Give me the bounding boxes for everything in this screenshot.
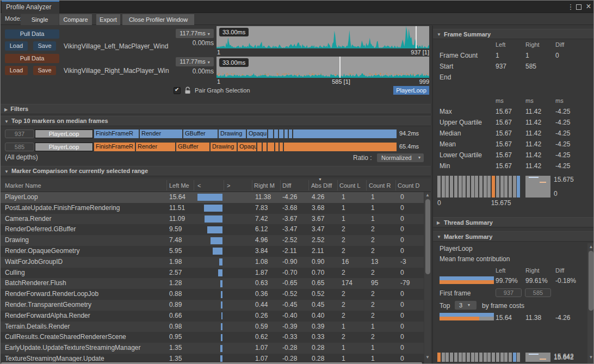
range-dropdown-right[interactable]: 117.77ms▾ — [176, 57, 214, 66]
top10-marker-segment[interactable] — [263, 143, 267, 151]
export-button[interactable]: Export — [96, 14, 120, 25]
table-row[interactable]: EarlyUpdate.UpdateTextureStreamingManage… — [1, 343, 424, 354]
scroll-down-icon[interactable]: ▼ — [588, 355, 594, 360]
tab-profile-analyzer[interactable]: Profile Analyzer — [2, 1, 59, 13]
table-row[interactable]: RenderForward.RenderLoopJob0.880.36-0.52… — [1, 289, 424, 300]
top10-marker-segment[interactable] — [274, 129, 278, 138]
maximize-icon[interactable] — [576, 4, 581, 10]
marker-summary-header[interactable]: ▼Marker Summary — [433, 231, 594, 242]
column-header-count-r[interactable]: Count R — [369, 181, 391, 190]
selected-marker-chip[interactable]: PlayerLoop — [393, 86, 429, 95]
table-row[interactable]: RenderForwardAlpha.Render0.660.26-0.400.… — [1, 311, 424, 322]
value-cell: 0 — [400, 192, 404, 203]
column-header-count-d[interactable]: Count D — [398, 181, 419, 190]
table-row[interactable]: CullResults.CreateSharedRendererScene0.9… — [1, 332, 424, 343]
top10-marker-segment[interactable]: Drawing — [219, 129, 246, 138]
pair-graph-checkbox[interactable]: ✔ — [174, 87, 181, 94]
value-cell: 2 — [342, 246, 345, 257]
thread-summary-header[interactable]: ▶Thread Summary — [433, 217, 594, 227]
frame-graph-right[interactable]: 33.00ms — [216, 57, 429, 78]
scroll-up-icon[interactable]: ▲ — [425, 193, 430, 198]
top-n-dropdown[interactable]: 3▾ — [455, 301, 477, 310]
median-frame-button[interactable]: 937 — [5, 129, 34, 138]
column-header-abs-diff[interactable]: Abs Diff — [311, 181, 332, 190]
kebab-menu-icon[interactable]: ⋮ — [567, 2, 574, 13]
top10-marker-segment[interactable]: GBuffer — [176, 143, 209, 151]
column-header-count-l[interactable]: Count L — [339, 181, 361, 190]
table-row[interactable]: WaitForJobGroupID1.981.08-0.900.901613-3 — [1, 257, 424, 268]
mode-single-button[interactable]: Single — [21, 14, 59, 25]
top10-marker-segment[interactable]: Render — [140, 129, 182, 138]
value-cell: -0.65 — [282, 278, 297, 289]
table-row[interactable]: Render.TransparentGeometry0.890.44-0.450… — [1, 300, 424, 311]
top10-marker-segment[interactable] — [280, 143, 283, 151]
filters-header[interactable]: ▶Filters — [1, 104, 431, 114]
lock-icon[interactable] — [184, 87, 191, 94]
comparison-header[interactable]: ▼Marker Comparison for currently selecte… — [1, 166, 431, 176]
close-profiler-window-button[interactable]: Close Profiler Window — [122, 14, 194, 25]
scroll-down-icon[interactable]: ▼ — [425, 355, 430, 360]
top10-marker-segment[interactable] — [268, 129, 273, 138]
table-row[interactable]: Camera.Render11.097.42-3.673.67110 — [1, 214, 424, 225]
top10-header[interactable]: ▼Top 10 markers on median frames — [1, 116, 431, 126]
top10-marker-box[interactable]: PlayerLoop — [35, 129, 93, 138]
box-plot[interactable] — [525, 176, 550, 198]
top10-marker-segment[interactable]: FinishFrameR — [94, 143, 135, 151]
top10-marker-segment[interactable]: Opaqu — [238, 143, 256, 151]
table-row[interactable]: Terrain.Details.Render0.980.59-0.390.391… — [1, 322, 424, 332]
table-row[interactable]: BatchRenderer.Flush1.280.63-0.650.651749… — [1, 278, 424, 289]
top10-marker-segment[interactable] — [284, 129, 288, 138]
top10-marker-segment[interactable] — [257, 143, 262, 151]
top10-marker-box[interactable]: PlayerLoop — [35, 143, 93, 151]
range-dropdown-left[interactable]: 117.77ms▾ — [176, 29, 214, 38]
top10-marker-segment[interactable] — [284, 143, 397, 151]
mode-compare-button[interactable]: Compare — [59, 14, 92, 25]
load-left-button[interactable]: Load — [5, 41, 28, 51]
load-right-button[interactable]: Load — [5, 66, 28, 75]
panel-scrollbar-thumb[interactable] — [589, 251, 593, 311]
ratio-dropdown[interactable]: Normalized▾ — [377, 153, 424, 162]
histogram-bar — [509, 353, 512, 362]
close-icon[interactable]: × — [585, 1, 592, 12]
top10-marker-segment[interactable] — [293, 129, 397, 138]
top10-marker-segment[interactable]: Opaqu — [247, 129, 267, 138]
top10-marker-segment[interactable] — [289, 129, 292, 138]
left-median-bar — [221, 301, 222, 309]
first-frame-left-button[interactable]: 937 — [496, 288, 522, 297]
table-row[interactable]: RenderDeferred.GBuffer9.596.12-3.473.472… — [1, 224, 424, 235]
table-row[interactable]: Render.OpaqueGeometry5.953.84-2.112.1122… — [1, 246, 424, 257]
value-cell: 0 — [400, 203, 404, 214]
column-header-right-m[interactable]: Right M — [254, 181, 275, 190]
table-row[interactable]: Drawing7.484.96-2.522.52220 — [1, 235, 424, 246]
table-scrollbar-thumb[interactable] — [425, 199, 430, 274]
frame-summary-header[interactable]: ▼Frame Summary — [433, 29, 594, 39]
table-row[interactable]: PlayerLoop15.6411.38-4.264.26110 — [1, 192, 424, 203]
top10-marker-segment[interactable]: FinishFrameR — [94, 129, 139, 138]
pull-data-right-button[interactable]: Pull Data — [5, 54, 59, 63]
top10-marker-segment[interactable] — [279, 129, 283, 138]
column-header-marker-name[interactable]: Marker Name — [5, 181, 41, 190]
value-cell: 16 — [342, 257, 349, 268]
value-cell: 1 — [371, 214, 375, 225]
scroll-up-icon[interactable]: ▲ — [588, 244, 594, 249]
top10-marker-segment[interactable] — [268, 143, 274, 151]
top10-marker-segment[interactable]: Drawing — [211, 143, 237, 151]
top10-marker-segment[interactable] — [275, 143, 279, 151]
column-header--[interactable]: < — [197, 181, 201, 190]
box-plot[interactable] — [525, 353, 550, 362]
first-frame-right-button[interactable]: 585 — [525, 288, 551, 297]
column-header--[interactable]: > — [227, 181, 230, 190]
column-header-diff[interactable]: Diff — [282, 181, 291, 190]
save-right-button[interactable]: Save — [33, 66, 56, 75]
table-row[interactable]: PostLateUpdate.FinishFrameRendering11.51… — [1, 203, 424, 214]
frame-graph-left[interactable]: 33.00ms — [216, 26, 429, 48]
table-row[interactable]: Culling2.571.87-0.700.70220 — [1, 268, 424, 279]
histogram[interactable] — [437, 176, 521, 198]
column-header-left-me[interactable]: Left Me — [169, 181, 189, 190]
top10-marker-segment[interactable]: GBuffer — [183, 129, 218, 138]
median-frame-button[interactable]: 585 — [5, 143, 34, 151]
histogram[interactable] — [437, 353, 521, 362]
top10-marker-segment[interactable]: Render — [136, 143, 175, 151]
save-left-button[interactable]: Save — [33, 41, 56, 51]
pull-data-left-button[interactable]: Pull Data — [5, 29, 59, 39]
